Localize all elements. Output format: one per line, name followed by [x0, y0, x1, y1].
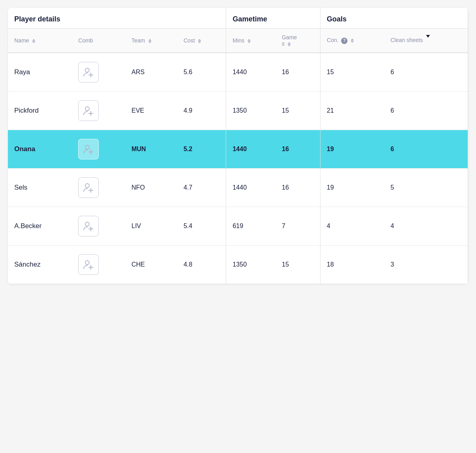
player-clean-sheets: 4: [384, 207, 468, 246]
player-conceded: 19: [320, 130, 384, 169]
table-row: Pickford EVE4.9135015216: [8, 92, 468, 130]
add-player-cell[interactable]: [72, 207, 125, 246]
player-clean-sheets: 6: [384, 53, 468, 92]
name-sort-icon: [32, 39, 35, 43]
add-player-cell[interactable]: [72, 53, 125, 92]
player-cost: 4.8: [177, 246, 226, 284]
player-games: 16: [275, 169, 320, 207]
player-name: Raya: [8, 53, 72, 92]
add-player-button[interactable]: [78, 100, 99, 121]
player-games: 7: [275, 207, 320, 246]
svg-point-15: [85, 261, 89, 265]
player-games: 15: [275, 92, 320, 130]
add-player-button[interactable]: [78, 177, 99, 198]
player-conceded: 4: [320, 207, 384, 246]
player-conceded: 15: [320, 53, 384, 92]
con-help-icon: ?: [341, 38, 347, 44]
clean-sheets-sort-icon: [426, 38, 430, 44]
cost-col-placeholder: [177, 8, 226, 29]
add-player-button[interactable]: [78, 62, 99, 83]
player-team: ARS: [125, 53, 177, 92]
mins-sort-icon: [248, 39, 251, 43]
goals-group-header: Goals: [320, 8, 468, 29]
player-conceded: 18: [320, 246, 384, 284]
player-games: 15: [275, 246, 320, 284]
cost-sort-icon: [198, 39, 201, 43]
team-sort-icon: [148, 39, 152, 43]
svg-point-9: [85, 184, 89, 188]
add-player-button[interactable]: [78, 139, 99, 159]
player-games: 16: [275, 130, 320, 169]
player-clean-sheets: 6: [384, 92, 468, 130]
svg-point-12: [85, 222, 89, 226]
player-games: 16: [275, 53, 320, 92]
player-cost: 4.9: [177, 92, 226, 130]
svg-point-0: [85, 68, 89, 72]
col-header-cost[interactable]: Cost: [177, 29, 226, 53]
player-team: EVE: [125, 92, 177, 130]
add-player-cell[interactable]: [72, 130, 125, 169]
player-clean-sheets: 3: [384, 246, 468, 284]
add-player-cell[interactable]: [72, 92, 125, 130]
table-row: Raya ARS5.6144016156: [8, 53, 468, 92]
player-team: NFO: [125, 169, 177, 207]
player-details-group-header: Player details: [8, 8, 125, 29]
player-team: LIV: [125, 207, 177, 246]
col-header-con[interactable]: Con. ?: [320, 29, 384, 53]
add-player-button[interactable]: [78, 216, 99, 236]
team-col-placeholder: [125, 8, 177, 29]
player-mins: 1350: [226, 246, 276, 284]
svg-point-6: [85, 145, 89, 149]
player-conceded: 19: [320, 169, 384, 207]
player-name: Sánchez: [8, 246, 72, 284]
col-header-mins[interactable]: Mins: [226, 29, 276, 53]
col-header-games[interactable]: Games: [275, 29, 320, 53]
player-mins: 1440: [226, 130, 276, 169]
player-mins: 1440: [226, 53, 276, 92]
table-row: Onana MUN5.2144016196: [8, 130, 468, 169]
player-clean-sheets: 6: [384, 130, 468, 169]
player-name: A.Becker: [8, 207, 72, 246]
player-mins: 619: [226, 207, 276, 246]
con-sort-icon: [351, 38, 354, 43]
add-player-button[interactable]: [78, 254, 99, 275]
player-cost: 4.7: [177, 169, 226, 207]
player-name: Sels: [8, 169, 72, 207]
player-cost: 5.6: [177, 53, 226, 92]
player-mins: 1440: [226, 169, 276, 207]
col-header-clean-sheets[interactable]: Clean sheets: [384, 29, 468, 53]
stats-table-container: Player details Gametime Goals Name: [8, 8, 468, 284]
player-clean-sheets: 5: [384, 169, 468, 207]
col-header-name[interactable]: Name: [8, 29, 72, 53]
player-name: Onana: [8, 130, 72, 169]
col-header-team[interactable]: Team: [125, 29, 177, 53]
player-name: Pickford: [8, 92, 72, 130]
table-row: Sels NFO4.7144016195: [8, 169, 468, 207]
svg-point-3: [85, 107, 89, 111]
player-cost: 5.2: [177, 130, 226, 169]
player-cost: 5.4: [177, 207, 226, 246]
player-mins: 1350: [226, 92, 276, 130]
table-row: A.Becker LIV5.4619744: [8, 207, 468, 246]
add-player-cell[interactable]: [72, 246, 125, 284]
player-team: MUN: [125, 130, 177, 169]
add-player-cell[interactable]: [72, 169, 125, 207]
games-sort-icon: [288, 42, 291, 46]
player-team: CHE: [125, 246, 177, 284]
gametime-group-header: Gametime: [226, 8, 320, 29]
col-header-comb: Comb: [72, 29, 125, 53]
table-row: Sánchez CHE4.8135015183: [8, 246, 468, 284]
player-conceded: 21: [320, 92, 384, 130]
